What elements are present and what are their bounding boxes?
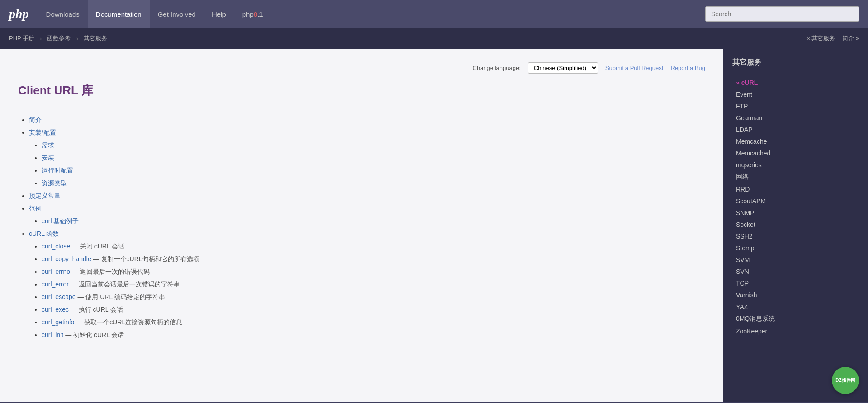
toc-sublist-functions: curl_close — 关闭 cURL 会话 curl_copy_handle… bbox=[29, 240, 705, 341]
toc-sub-curl-getinfo: curl_getinfo — 获取一个cURL连接资源句柄的信息 bbox=[42, 316, 705, 328]
language-bar: Change language: Chinese (Simplified) En… bbox=[18, 62, 705, 74]
toc-sub-curl-init: curl_init — 初始化 cURL 会话 bbox=[42, 328, 705, 341]
toc-link-curl-copy-handle[interactable]: curl_copy_handle bbox=[42, 255, 91, 262]
breadcrumb: PHP 手册 › 函数参考 › 其它服务 bbox=[9, 34, 107, 42]
report-bug-link[interactable]: Report a Bug bbox=[670, 65, 705, 71]
toc-link-curl-init[interactable]: curl_init bbox=[42, 331, 63, 338]
toc-list: 简介 安装/配置 需求 安装 运行时配置 资源类型 bbox=[18, 113, 705, 341]
toc-link-curl-close[interactable]: curl_close bbox=[42, 243, 70, 250]
sidebar-item-snmp[interactable]: SNMP bbox=[723, 207, 868, 219]
php-version-badge: php 8.1 bbox=[234, 0, 271, 28]
toc-link-curl-error[interactable]: curl_error bbox=[42, 281, 69, 288]
sidebar-divider bbox=[723, 73, 868, 73]
toc-link-curl-escape[interactable]: curl_escape bbox=[42, 293, 76, 300]
breadcrumb-php-manual[interactable]: PHP 手册 bbox=[9, 34, 34, 42]
prev-page-link[interactable]: « 其它服务 bbox=[807, 34, 835, 42]
search-container bbox=[705, 6, 859, 22]
toc-link-runtime-config[interactable]: 运行时配置 bbox=[42, 167, 73, 174]
sidebar: 其它服务 cURL Event FTP Gearman LDAP Memcach… bbox=[723, 49, 868, 402]
toc-item-install: 安装/配置 需求 安装 运行时配置 资源类型 bbox=[29, 126, 705, 189]
curl-errno-desc: — 返回最后一次的错误代码 bbox=[72, 268, 150, 275]
sidebar-item-rrd[interactable]: RRD bbox=[723, 183, 868, 195]
sidebar-item-svm[interactable]: SVM bbox=[723, 254, 868, 266]
sidebar-item-zookeeper[interactable]: ZooKeeper bbox=[723, 325, 868, 337]
toc-item-functions: cURL 函数 curl_close — 关闭 cURL 会话 curl_cop… bbox=[29, 227, 705, 341]
sidebar-item-socket[interactable]: Socket bbox=[723, 219, 868, 230]
toc-link-examples[interactable]: 范例 bbox=[29, 205, 42, 212]
toc-sublist-examples: curl 基础例子 bbox=[29, 215, 705, 227]
sidebar-item-ldap[interactable]: LDAP bbox=[723, 124, 868, 136]
toc-sublist-install: 需求 安装 运行时配置 资源类型 bbox=[29, 139, 705, 189]
toc-sub-curl-escape: curl_escape — 使用 URL 编码给定的字符串 bbox=[42, 291, 705, 303]
curl-escape-desc: — 使用 URL 编码给定的字符串 bbox=[77, 293, 165, 300]
sidebar-item-network[interactable]: 网络 bbox=[723, 171, 868, 183]
top-navigation: php Downloads Documentation Get Involved… bbox=[0, 0, 868, 28]
content-area: Change language: Chinese (Simplified) En… bbox=[0, 49, 723, 402]
toc-link-curl-errno[interactable]: curl_errno bbox=[42, 268, 70, 275]
page-title: Client URL 库 bbox=[18, 83, 705, 98]
nav-help[interactable]: Help bbox=[204, 0, 234, 28]
toc-link-basic-example[interactable]: curl 基础例子 bbox=[42, 217, 79, 225]
toc-sub-requirements: 需求 bbox=[42, 139, 705, 151]
toc-item-constants: 预定义常量 bbox=[29, 189, 705, 202]
toc-link-requirements[interactable]: 需求 bbox=[42, 141, 54, 149]
sidebar-item-memcache[interactable]: Memcache bbox=[723, 136, 868, 147]
curl-error-desc: — 返回当前会话最后一次错误的字符串 bbox=[71, 281, 180, 288]
curl-close-desc: — 关闭 cURL 会话 bbox=[72, 243, 124, 250]
toc-sub-curl-copy-handle: curl_copy_handle — 复制一个cURL句柄和它的所有选项 bbox=[42, 253, 705, 265]
sidebar-item-svn[interactable]: SVN bbox=[723, 266, 868, 277]
sidebar-item-yaz[interactable]: YAZ bbox=[723, 301, 868, 313]
sidebar-item-mqseries[interactable]: mqseries bbox=[723, 159, 868, 171]
toc-link-intro[interactable]: 简介 bbox=[29, 116, 42, 123]
toc-sub-resource-types: 资源类型 bbox=[42, 177, 705, 189]
toc-sub-basic-example: curl 基础例子 bbox=[42, 215, 705, 227]
toc-item-intro: 简介 bbox=[29, 113, 705, 126]
curl-copy-handle-desc: — 复制一个cURL句柄和它的所有选项 bbox=[93, 255, 199, 262]
sidebar-item-stomp[interactable]: Stomp bbox=[723, 242, 868, 254]
sidebar-item-ftp[interactable]: FTP bbox=[723, 100, 868, 112]
dz-plugin-watermark: DZ插件网 bbox=[832, 367, 859, 394]
toc-link-functions[interactable]: cURL 函数 bbox=[29, 230, 59, 237]
next-page-link[interactable]: 简介 » bbox=[842, 34, 859, 42]
change-language-label: Change language: bbox=[473, 65, 521, 71]
toc-sub-curl-exec: curl_exec — 执行 cURL 会话 bbox=[42, 303, 705, 316]
sidebar-item-scoutapm[interactable]: ScoutAPM bbox=[723, 195, 868, 207]
curl-init-desc: — 初始化 cURL 会话 bbox=[65, 331, 124, 338]
sidebar-item-tcp[interactable]: TCP bbox=[723, 277, 868, 289]
sidebar-item-memcached[interactable]: Memcached bbox=[723, 147, 868, 159]
sidebar-item-gearman[interactable]: Gearman bbox=[723, 112, 868, 124]
curl-exec-desc: — 执行 cURL 会话 bbox=[71, 306, 123, 313]
toc-link-curl-exec[interactable]: curl_exec bbox=[42, 306, 69, 313]
breadcrumb-nav-links: « 其它服务 简介 » bbox=[807, 34, 859, 42]
submit-pr-link[interactable]: Submit a Pull Request bbox=[605, 65, 664, 71]
toc-link-resource-types[interactable]: 资源类型 bbox=[42, 179, 67, 187]
toc-sub-install: 安装 bbox=[42, 151, 705, 164]
curl-getinfo-desc: — 获取一个cURL连接资源句柄的信息 bbox=[76, 319, 182, 326]
title-divider bbox=[18, 104, 705, 104]
nav-documentation[interactable]: Documentation bbox=[88, 0, 150, 28]
sidebar-item-curl[interactable]: cURL bbox=[723, 77, 868, 89]
nav-downloads[interactable]: Downloads bbox=[38, 0, 88, 28]
sidebar-item-ssh2[interactable]: SSH2 bbox=[723, 230, 868, 242]
toc-link-install-step[interactable]: 安装 bbox=[42, 154, 54, 161]
sidebar-item-event[interactable]: Event bbox=[723, 89, 868, 100]
toc-link-install[interactable]: 安装/配置 bbox=[29, 129, 56, 136]
breadcrumb-bar: PHP 手册 › 函数参考 › 其它服务 « 其它服务 简介 » bbox=[0, 28, 868, 49]
main-layout: Change language: Chinese (Simplified) En… bbox=[0, 49, 868, 402]
language-select[interactable]: Chinese (Simplified) English Japanese Ge… bbox=[528, 62, 598, 74]
toc-sub-runtime-config: 运行时配置 bbox=[42, 164, 705, 177]
toc-sub-curl-errno: curl_errno — 返回最后一次的错误代码 bbox=[42, 265, 705, 278]
toc-link-curl-getinfo[interactable]: curl_getinfo bbox=[42, 319, 74, 326]
breadcrumb-func-ref[interactable]: 函数参考 bbox=[47, 34, 71, 42]
sidebar-item-varnish[interactable]: Varnish bbox=[723, 289, 868, 301]
breadcrumb-other-services[interactable]: 其它服务 bbox=[84, 34, 107, 42]
php-logo[interactable]: php bbox=[9, 7, 29, 21]
toc-link-constants[interactable]: 预定义常量 bbox=[29, 192, 61, 199]
sidebar-item-0mq[interactable]: 0MQ消息系统 bbox=[723, 313, 868, 325]
toc-item-examples: 范例 curl 基础例子 bbox=[29, 202, 705, 227]
nav-get-involved[interactable]: Get Involved bbox=[150, 0, 204, 28]
toc-sub-curl-error: curl_error — 返回当前会话最后一次错误的字符串 bbox=[42, 278, 705, 291]
search-input[interactable] bbox=[705, 6, 859, 22]
toc-sub-curl-close: curl_close — 关闭 cURL 会话 bbox=[42, 240, 705, 253]
sidebar-title: 其它服务 bbox=[723, 58, 868, 73]
